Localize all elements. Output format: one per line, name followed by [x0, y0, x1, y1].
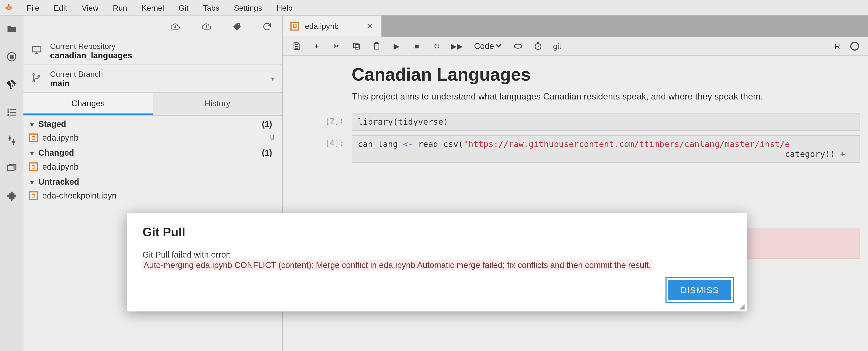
current-repo[interactable]: Current Repository canadian_languages — [23, 37, 282, 65]
tag-icon[interactable] — [232, 21, 242, 33]
toc-icon[interactable] — [5, 106, 18, 119]
settings-icon[interactable] — [5, 133, 18, 147]
svg-point-9 — [8, 137, 11, 140]
git-pull-dialog: Git Pull Git Pull failed with error: Aut… — [127, 213, 747, 312]
file-name: eda-checkpoint.ipyn — [42, 191, 117, 200]
menu-kernel[interactable]: Kernel — [135, 1, 171, 14]
menu-tabs[interactable]: Tabs — [196, 1, 226, 14]
current-branch[interactable]: Current Branch main ▾ — [23, 64, 282, 92]
dismiss-button[interactable]: DISMISS — [669, 280, 731, 300]
folder-icon[interactable] — [5, 22, 18, 36]
stop-icon[interactable]: ■ — [412, 41, 422, 51]
changed-title: Changed — [38, 148, 74, 157]
notebook-title: Canadian Languages — [352, 64, 860, 85]
menu-edit[interactable]: Edit — [47, 1, 74, 14]
refresh-icon[interactable] — [262, 21, 272, 33]
cell-prompt: [4]: — [290, 135, 352, 148]
menu-help[interactable]: Help — [270, 1, 299, 14]
menubar: File Edit View Run Kernel Git Tabs Setti… — [0, 0, 868, 15]
menu-run[interactable]: Run — [106, 1, 134, 14]
branch-label: Current Branch — [50, 69, 103, 78]
svg-rect-11 — [7, 165, 14, 171]
cell-prompt: [2]: — [290, 113, 352, 125]
caret-down-icon: ▼ — [29, 121, 35, 128]
restart-icon[interactable]: ↻ — [432, 41, 442, 51]
run-all-icon[interactable]: ▶▶ — [452, 41, 462, 51]
kernel-lang[interactable]: R — [835, 41, 840, 50]
repo-name: canadian_languages — [50, 51, 132, 60]
caret-down-icon: ▼ — [29, 179, 35, 186]
cut-icon[interactable]: ✂ — [332, 41, 341, 51]
menu-git[interactable]: Git — [172, 1, 195, 14]
untracked-title: Untracked — [38, 177, 79, 186]
cloud-pull-icon[interactable] — [170, 21, 181, 33]
notebook-desc: This project aims to understand what lan… — [352, 92, 860, 102]
svg-rect-3 — [7, 109, 9, 110]
run-icon[interactable]: ▶ — [392, 41, 402, 51]
staged-title: Staged — [38, 119, 66, 129]
save-icon[interactable] — [291, 41, 302, 51]
changed-file-row[interactable]: eda.ipynb — [23, 160, 282, 173]
dialog-title: Git Pull — [143, 225, 731, 240]
git-panel-toolbar — [23, 15, 282, 37]
dialog-error: Auto-merging eda.ipynb CONFLICT (content… — [143, 260, 652, 270]
svg-rect-6 — [10, 112, 16, 113]
kernel-status-icon[interactable] — [850, 41, 859, 50]
code-content[interactable]: can_lang <- read_csv("https://raw.github… — [352, 135, 860, 163]
section-untracked[interactable]: ▼Untracked — [23, 173, 282, 189]
paste-icon[interactable] — [372, 41, 382, 51]
activity-bar — [0, 15, 23, 351]
code-content[interactable]: library(tidyverse) — [352, 113, 860, 131]
notebook-toolbar: + ✂ ▶ ■ ↻ ▶▶ Code git R — [283, 37, 868, 56]
svg-rect-13 — [32, 46, 41, 52]
cloud-push-icon[interactable] — [201, 21, 212, 33]
add-icon[interactable]: + — [312, 41, 321, 51]
tabs-icon[interactable] — [5, 161, 18, 174]
menu-view[interactable]: View — [75, 1, 105, 14]
svg-rect-5 — [7, 111, 9, 113]
svg-point-10 — [12, 141, 14, 143]
svg-rect-7 — [7, 114, 9, 116]
tab-history[interactable]: History — [153, 93, 282, 115]
close-icon[interactable]: ✕ — [366, 22, 373, 31]
notebook-icon — [29, 162, 38, 171]
svg-rect-4 — [10, 109, 16, 110]
svg-rect-2 — [10, 56, 12, 58]
git-icon[interactable] — [5, 78, 18, 91]
resize-handle-icon[interactable]: ◢ — [739, 302, 744, 310]
running-icon[interactable] — [5, 50, 18, 63]
staged-file-row[interactable]: eda.ipynb U — [23, 131, 282, 145]
menu-settings[interactable]: Settings — [227, 1, 269, 14]
svg-rect-18 — [295, 46, 298, 49]
svg-point-0 — [8, 4, 10, 5]
file-tab-label: eda.ipynb — [305, 22, 339, 31]
changed-count: (1) — [262, 148, 272, 157]
notebook-icon — [29, 191, 38, 200]
render-icon[interactable] — [513, 41, 523, 51]
code-cell-1[interactable]: [2]: library(tidyverse) — [290, 113, 860, 131]
tab-bar: eda.ipynb ✕ — [283, 15, 868, 37]
caret-down-icon: ▼ — [29, 150, 35, 157]
copy-icon[interactable] — [352, 41, 362, 51]
git-toolbar-label[interactable]: git — [553, 41, 561, 50]
svg-point-15 — [33, 81, 35, 82]
svg-rect-19 — [355, 44, 360, 49]
jupyter-logo-icon — [2, 1, 16, 14]
file-tab[interactable]: eda.ipynb ✕ — [283, 15, 381, 37]
section-staged[interactable]: ▼Staged (1) — [23, 116, 282, 131]
section-changed[interactable]: ▼Changed (1) — [23, 145, 282, 160]
untracked-file-row[interactable]: eda-checkpoint.ipyn — [23, 189, 282, 202]
menu-file[interactable]: File — [20, 1, 46, 14]
svg-point-16 — [38, 75, 39, 77]
code-cell-2[interactable]: [4]: can_lang <- read_csv("https://raw.g… — [290, 135, 860, 163]
tab-changes[interactable]: Changes — [23, 93, 153, 115]
chevron-down-icon[interactable]: ▾ — [271, 75, 274, 83]
cell-type-select[interactable]: Code — [472, 41, 503, 51]
svg-point-12 — [238, 24, 239, 25]
desktop-icon — [31, 44, 42, 57]
extensions-icon[interactable] — [5, 189, 18, 202]
timing-icon[interactable] — [533, 41, 543, 51]
file-name: eda.ipynb — [42, 162, 79, 171]
markdown-cell[interactable]: Canadian Languages This project aims to … — [290, 64, 860, 102]
git-panel-tabs: Changes History — [23, 92, 282, 116]
